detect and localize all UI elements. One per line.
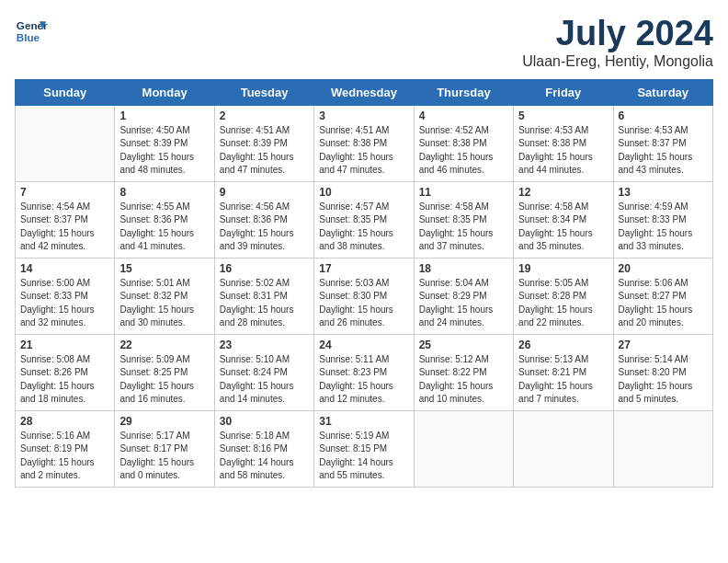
day-info: Sunrise: 4:54 AM Sunset: 8:37 PM Dayligh… [20, 201, 109, 254]
calendar-cell: 31Sunrise: 5:19 AM Sunset: 8:15 PM Dayli… [314, 410, 414, 487]
day-number: 1 [119, 109, 209, 122]
calendar-cell [16, 105, 115, 181]
calendar-cell: 13Sunrise: 4:59 AM Sunset: 8:33 PM Dayli… [613, 181, 712, 258]
weekday-header-sunday: Sunday [16, 79, 115, 105]
week-row-4: 21Sunrise: 5:08 AM Sunset: 8:26 PM Dayli… [16, 334, 713, 410]
calendar-cell: 29Sunrise: 5:17 AM Sunset: 8:17 PM Dayli… [115, 410, 214, 487]
header: General Blue General Blue July 2024 Ulaa… [15, 15, 713, 70]
calendar-cell: 10Sunrise: 4:57 AM Sunset: 8:35 PM Dayli… [314, 181, 414, 258]
calendar-cell: 30Sunrise: 5:18 AM Sunset: 8:16 PM Dayli… [214, 410, 313, 487]
location-title: Ulaan-Ereg, Hentiy, Mongolia [522, 53, 713, 70]
calendar-cell: 8Sunrise: 4:55 AM Sunset: 8:36 PM Daylig… [115, 181, 214, 258]
day-info: Sunrise: 5:16 AM Sunset: 8:19 PM Dayligh… [20, 430, 109, 483]
day-info: Sunrise: 4:52 AM Sunset: 8:38 PM Dayligh… [419, 124, 508, 178]
day-number: 20 [619, 262, 708, 275]
day-number: 31 [319, 415, 408, 428]
day-number: 16 [220, 262, 309, 275]
calendar-cell: 25Sunrise: 5:12 AM Sunset: 8:22 PM Dayli… [414, 334, 513, 410]
day-number: 2 [220, 109, 309, 122]
day-number: 24 [319, 339, 408, 351]
day-info: Sunrise: 5:01 AM Sunset: 8:32 PM Dayligh… [119, 277, 209, 330]
weekday-header-tuesday: Tuesday [214, 79, 313, 105]
day-info: Sunrise: 5:17 AM Sunset: 8:17 PM Dayligh… [119, 430, 209, 483]
weekday-header-friday: Friday [514, 79, 613, 105]
calendar-cell: 1Sunrise: 4:50 AM Sunset: 8:39 PM Daylig… [115, 105, 214, 181]
day-number: 11 [419, 186, 508, 199]
calendar-cell: 24Sunrise: 5:11 AM Sunset: 8:23 PM Dayli… [314, 334, 414, 410]
weekday-header-saturday: Saturday [613, 79, 712, 105]
day-info: Sunrise: 4:53 AM Sunset: 8:38 PM Dayligh… [518, 124, 608, 178]
day-info: Sunrise: 5:12 AM Sunset: 8:22 PM Dayligh… [419, 353, 508, 407]
day-number: 8 [119, 186, 209, 199]
day-info: Sunrise: 5:06 AM Sunset: 8:27 PM Dayligh… [619, 277, 708, 330]
calendar-cell: 3Sunrise: 4:51 AM Sunset: 8:38 PM Daylig… [314, 105, 414, 181]
weekday-header-monday: Monday [115, 79, 214, 105]
day-info: Sunrise: 4:53 AM Sunset: 8:37 PM Dayligh… [619, 124, 708, 178]
day-number: 5 [518, 109, 608, 122]
day-info: Sunrise: 5:05 AM Sunset: 8:28 PM Dayligh… [518, 277, 608, 330]
day-info: Sunrise: 4:55 AM Sunset: 8:36 PM Dayligh… [119, 201, 209, 254]
day-info: Sunrise: 5:18 AM Sunset: 8:16 PM Dayligh… [220, 430, 309, 483]
weekday-header-row: SundayMondayTuesdayWednesdayThursdayFrid… [16, 79, 713, 105]
calendar-cell: 7Sunrise: 4:54 AM Sunset: 8:37 PM Daylig… [16, 181, 115, 258]
calendar-cell: 14Sunrise: 5:00 AM Sunset: 8:33 PM Dayli… [16, 258, 115, 334]
day-number: 26 [518, 339, 608, 351]
day-info: Sunrise: 4:58 AM Sunset: 8:35 PM Dayligh… [419, 201, 508, 254]
day-info: Sunrise: 4:59 AM Sunset: 8:33 PM Dayligh… [619, 201, 708, 254]
day-number: 19 [518, 262, 608, 275]
weekday-header-thursday: Thursday [414, 79, 513, 105]
calendar-cell: 20Sunrise: 5:06 AM Sunset: 8:27 PM Dayli… [613, 258, 712, 334]
day-number: 10 [319, 186, 408, 199]
title-area: July 2024 Ulaan-Ereg, Hentiy, Mongolia [522, 15, 713, 70]
day-info: Sunrise: 4:51 AM Sunset: 8:39 PM Dayligh… [220, 124, 309, 178]
calendar-cell: 9Sunrise: 4:56 AM Sunset: 8:36 PM Daylig… [214, 181, 313, 258]
day-number: 29 [119, 415, 209, 428]
calendar-cell: 17Sunrise: 5:03 AM Sunset: 8:30 PM Dayli… [314, 258, 414, 334]
calendar-cell: 11Sunrise: 4:58 AM Sunset: 8:35 PM Dayli… [414, 181, 513, 258]
day-number: 13 [619, 186, 708, 199]
day-number: 3 [319, 109, 408, 122]
month-title: July 2024 [522, 15, 713, 53]
day-number: 25 [419, 339, 508, 351]
day-number: 22 [119, 339, 209, 351]
day-number: 17 [319, 262, 408, 275]
day-info: Sunrise: 4:57 AM Sunset: 8:35 PM Dayligh… [319, 201, 408, 254]
calendar-cell: 21Sunrise: 5:08 AM Sunset: 8:26 PM Dayli… [16, 334, 115, 410]
day-number: 4 [419, 109, 508, 122]
day-info: Sunrise: 5:08 AM Sunset: 8:26 PM Dayligh… [20, 353, 109, 407]
day-info: Sunrise: 5:03 AM Sunset: 8:30 PM Dayligh… [319, 277, 408, 330]
day-info: Sunrise: 5:14 AM Sunset: 8:20 PM Dayligh… [619, 353, 708, 407]
day-info: Sunrise: 5:11 AM Sunset: 8:23 PM Dayligh… [319, 353, 408, 407]
logo-icon: General Blue [15, 15, 48, 48]
calendar-cell: 16Sunrise: 5:02 AM Sunset: 8:31 PM Dayli… [214, 258, 313, 334]
day-info: Sunrise: 4:56 AM Sunset: 8:36 PM Dayligh… [220, 201, 309, 254]
calendar-cell: 4Sunrise: 4:52 AM Sunset: 8:38 PM Daylig… [414, 105, 513, 181]
calendar-cell: 15Sunrise: 5:01 AM Sunset: 8:32 PM Dayli… [115, 258, 214, 334]
calendar-cell: 28Sunrise: 5:16 AM Sunset: 8:19 PM Dayli… [16, 410, 115, 487]
week-row-2: 7Sunrise: 4:54 AM Sunset: 8:37 PM Daylig… [16, 181, 713, 258]
calendar-cell [613, 410, 712, 487]
svg-text:Blue: Blue [17, 31, 40, 43]
day-number: 27 [619, 339, 708, 351]
day-number: 21 [20, 339, 109, 351]
logo: General Blue General Blue [15, 15, 48, 48]
day-number: 15 [119, 262, 209, 275]
day-info: Sunrise: 5:13 AM Sunset: 8:21 PM Dayligh… [518, 353, 608, 407]
weekday-header-wednesday: Wednesday [314, 79, 414, 105]
day-number: 30 [220, 415, 309, 428]
calendar-cell: 2Sunrise: 4:51 AM Sunset: 8:39 PM Daylig… [214, 105, 313, 181]
day-info: Sunrise: 5:10 AM Sunset: 8:24 PM Dayligh… [220, 353, 309, 407]
day-number: 12 [518, 186, 608, 199]
day-number: 9 [220, 186, 309, 199]
calendar-cell: 12Sunrise: 4:58 AM Sunset: 8:34 PM Dayli… [514, 181, 613, 258]
calendar-cell: 26Sunrise: 5:13 AM Sunset: 8:21 PM Dayli… [514, 334, 613, 410]
calendar-cell: 5Sunrise: 4:53 AM Sunset: 8:38 PM Daylig… [514, 105, 613, 181]
week-row-5: 28Sunrise: 5:16 AM Sunset: 8:19 PM Dayli… [16, 410, 713, 487]
day-info: Sunrise: 5:04 AM Sunset: 8:29 PM Dayligh… [419, 277, 508, 330]
calendar-cell: 19Sunrise: 5:05 AM Sunset: 8:28 PM Dayli… [514, 258, 613, 334]
calendar-cell [414, 410, 513, 487]
day-info: Sunrise: 5:00 AM Sunset: 8:33 PM Dayligh… [20, 277, 109, 330]
week-row-1: 1Sunrise: 4:50 AM Sunset: 8:39 PM Daylig… [16, 105, 713, 181]
calendar-cell: 22Sunrise: 5:09 AM Sunset: 8:25 PM Dayli… [115, 334, 214, 410]
day-info: Sunrise: 4:50 AM Sunset: 8:39 PM Dayligh… [119, 124, 209, 178]
